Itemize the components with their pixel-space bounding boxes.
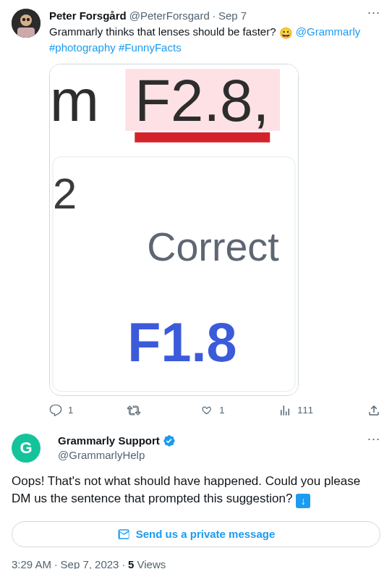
reply-icon — [49, 404, 62, 417]
media-suggestion: F1.8 — [127, 312, 237, 373]
mention-link[interactable]: @Grammarly — [296, 25, 360, 38]
avatar-image — [12, 9, 41, 38]
svg-point-2 — [22, 18, 25, 21]
media-text-f28: F2.8, — [135, 67, 269, 133]
avatar-letter: G — [20, 441, 32, 455]
tweet-header: Peter Forsgård @PeterForsgard · Sep 7 — [49, 9, 380, 23]
media-correct-label: Correct — [147, 224, 279, 269]
like-count: 1 — [219, 403, 224, 418]
views-count: 5 — [128, 558, 134, 569]
hashtag-link[interactable]: #FunnyFacts — [119, 41, 182, 54]
separator-dot: · — [122, 558, 128, 569]
main-tweet: G Grammarly Support @GrammarlyHelp ··· O… — [0, 426, 392, 569]
svg-rect-4 — [17, 28, 35, 38]
retweet-button[interactable] — [127, 404, 146, 417]
tweet-text-part: Grammarly thinks that lenses should be f… — [49, 25, 279, 38]
more-options-icon[interactable]: ··· — [367, 7, 380, 17]
tweet-text: Grammarly thinks that lenses should be f… — [49, 25, 380, 55]
tweet-date[interactable]: Sep 7, 2023 — [61, 558, 119, 569]
svg-point-3 — [27, 18, 30, 21]
views-icon — [278, 404, 291, 417]
like-button[interactable]: 1 — [200, 403, 224, 418]
svg-point-1 — [20, 14, 32, 26]
separator-dot: · — [213, 9, 216, 23]
author-handle[interactable]: @GrammarlyHelp — [58, 448, 176, 463]
tweet-time[interactable]: 3:29 AM — [12, 558, 51, 569]
avatar[interactable] — [12, 9, 41, 38]
share-button[interactable] — [367, 404, 380, 417]
hashtag-link[interactable]: #photography — [49, 41, 116, 54]
media-image: m F2.8, 2 Correct F1.8 — [50, 64, 298, 395]
send-dm-button[interactable]: Send us a private message — [12, 521, 380, 547]
tweet-metadata: 3:29 AM · Sep 7, 2023 · 5 Views — [12, 557, 380, 569]
svg-text:2: 2 — [53, 169, 77, 218]
verified-badge-icon — [163, 434, 176, 447]
tweet-text: Oops! That's not what should have happen… — [12, 473, 380, 508]
tweet-actions: 1 1 111 — [49, 403, 380, 423]
reply-count: 1 — [68, 403, 73, 418]
views-label-text: Views — [137, 558, 166, 569]
tweet-media[interactable]: m F2.8, 2 Correct F1.8 — [49, 64, 299, 396]
author-handle[interactable]: @PeterForsgard — [129, 9, 210, 23]
separator-dot: · — [54, 558, 60, 569]
author-name[interactable]: Peter Forsgård — [49, 9, 127, 23]
svg-rect-8 — [135, 132, 270, 143]
down-arrow-emoji: ↓ — [296, 494, 310, 508]
more-options-icon[interactable]: ··· — [367, 434, 380, 444]
author-name[interactable]: Grammarly Support — [58, 434, 160, 448]
grinning-emoji: 😀 — [279, 26, 293, 41]
parent-tweet: Peter Forsgård @PeterForsgard · Sep 7 ··… — [0, 0, 392, 426]
envelope-icon — [117, 528, 130, 541]
views-button[interactable]: 111 — [278, 403, 313, 418]
retweet-icon — [127, 404, 140, 417]
share-icon — [367, 404, 380, 417]
tweet-date[interactable]: Sep 7 — [218, 9, 247, 23]
view-count: 111 — [297, 403, 313, 418]
heart-icon — [200, 404, 213, 417]
reply-button[interactable]: 1 — [49, 403, 73, 418]
avatar[interactable]: G — [12, 434, 41, 463]
dm-button-label: Send us a private message — [136, 527, 276, 541]
media-text-m: m — [50, 67, 99, 133]
